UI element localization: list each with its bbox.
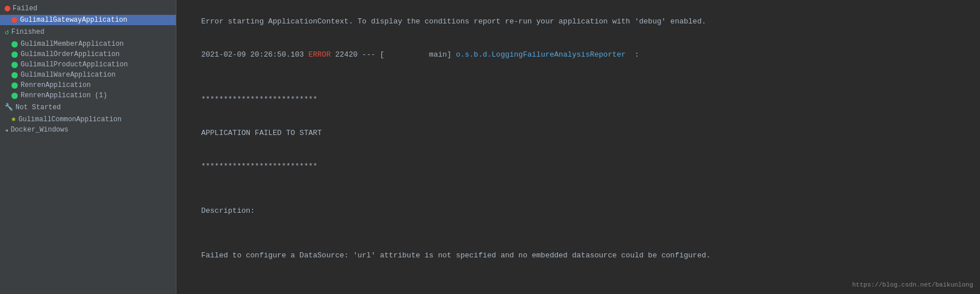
failed-icon [5, 6, 10, 11]
section-failed-label: Failed [13, 5, 37, 13]
class-name: o.s.b.d.LoggingFailureAnalysisReporter [456, 50, 625, 59]
console-line-1: Error starting ApplicationContext. To di… [183, 5, 973, 38]
ware-status-icon [11, 72, 18, 78]
section-failed: Failed [0, 2, 176, 15]
console-app-failed: APPLICATION FAILED TO START [183, 116, 973, 150]
docker-icon: ◂ [5, 126, 9, 134]
console-panel: Error starting ApplicationContext. To di… [176, 0, 980, 294]
common-status-icon: ✱ [11, 115, 15, 124]
gateway-label: GulimallGatewayApplication [20, 16, 127, 24]
section-not-started: 🔧 Not Started [0, 101, 176, 114]
watermark: https://blog.csdn.net/baikunlong [852, 280, 973, 290]
console-blank1 [183, 71, 973, 83]
product-label: GulimallProductApplication [21, 61, 128, 69]
watermark-text: https://blog.csdn.net/baikunlong [852, 281, 973, 288]
section-not-started-label: Not Started [15, 104, 61, 112]
renren-status-icon [11, 82, 18, 89]
sidebar-item-member[interactable]: GulimallMemberApplication [0, 39, 176, 49]
console-stars-1: ************************** [183, 83, 973, 117]
finished-icon: ↺ [5, 27, 9, 37]
sidebar-item-ware[interactable]: GulimallWareApplication [0, 70, 176, 80]
console-description-label: Description: [183, 194, 973, 228]
console-stars-2: ************************** [183, 150, 973, 184]
timestamp: 2021-02-09 20:26:50.103 [201, 50, 308, 59]
sidebar-item-gateway[interactable]: GulimallGatewayApplication [0, 15, 176, 25]
stars1: ************************** [201, 95, 317, 104]
renren1-status-icon [11, 93, 18, 99]
renren-label: RenrenApplication [21, 81, 90, 89]
gateway-status-icon [11, 17, 17, 23]
app-failed-text: APPLICATION FAILED TO START [201, 129, 322, 137]
member-status-icon [11, 41, 18, 47]
sidebar-item-renren1[interactable]: RenrenApplication (1) [0, 90, 176, 101]
order-status-icon [11, 51, 18, 58]
not-started-icon: 🔧 [5, 103, 13, 112]
section-finished-label: Finished [11, 28, 45, 36]
docker-item[interactable]: ◂ Docker_Windows [0, 125, 176, 135]
line1-text: Error starting ApplicationContext. To di… [201, 17, 706, 26]
member-label: GulimallMemberApplication [21, 40, 124, 48]
product-status-icon [11, 62, 18, 68]
sidebar-item-common[interactable]: ✱ GulimallCommonApplication [0, 114, 176, 125]
sidebar-item-renren[interactable]: RenrenApplication [0, 80, 176, 90]
common-label: GulimallCommonApplication [18, 116, 121, 124]
sidebar-item-product[interactable]: GulimallProductApplication [0, 59, 176, 70]
console-line-2: 2021-02-09 20:26:50.103 ERROR 22420 --- … [183, 38, 973, 72]
thread-info: 22420 --- [ main] [330, 50, 455, 59]
sidebar-item-order[interactable]: GulimallOrderApplication [0, 49, 176, 59]
docker-label: Docker_Windows [11, 126, 69, 134]
order-label: GulimallOrderApplication [21, 50, 120, 58]
console-blank2 [183, 183, 973, 194]
section-finished: ↺ Finished [0, 25, 176, 39]
colon: : [625, 50, 639, 59]
renren1-label: RenrenApplication (1) [21, 92, 107, 100]
console-description-body: Failed to configure a DataSource: 'url' … [183, 239, 973, 273]
stars2: ************************** [201, 162, 317, 170]
sidebar: Failed GulimallGatewayApplication ↺ Fini… [0, 0, 176, 294]
description-label: Description: [201, 206, 255, 215]
console-blank3 [183, 228, 973, 239]
error-level: ERROR [308, 50, 330, 59]
description-body: Failed to configure a DataSource: 'url' … [201, 251, 710, 260]
ware-label: GulimallWareApplication [21, 71, 116, 79]
